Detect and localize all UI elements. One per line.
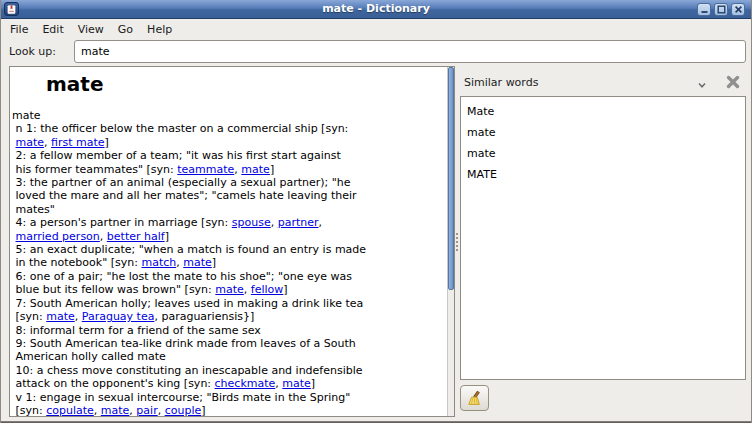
definition-text: in the notebook" [syn: bbox=[12, 256, 141, 269]
scrollbar-thumb[interactable] bbox=[448, 67, 454, 290]
chevron-down-icon[interactable] bbox=[696, 76, 708, 95]
synonym-link[interactable]: spouse bbox=[232, 216, 271, 229]
similar-word-item[interactable]: Mate bbox=[461, 101, 745, 122]
synonym-link[interactable]: partner bbox=[278, 216, 319, 229]
synonym-link[interactable]: match bbox=[141, 256, 176, 269]
headword: mate bbox=[46, 72, 103, 96]
definition-text: ] bbox=[201, 404, 205, 417]
definition-text: [syn: bbox=[12, 404, 46, 417]
definition-text: 10: a chess move constituting an inescap… bbox=[12, 364, 363, 377]
synonym-link[interactable]: copulate bbox=[46, 404, 94, 417]
definition-text: ] bbox=[311, 377, 315, 390]
synonym-link[interactable]: mate bbox=[183, 256, 212, 269]
similar-word-item[interactable]: mate bbox=[461, 143, 745, 164]
similar-words-header: Similar words bbox=[460, 70, 746, 96]
definition-line: [syn: copulate, mate, pair, couple] bbox=[12, 404, 444, 417]
definition-text: , bbox=[100, 230, 107, 243]
definition-text: mates" bbox=[12, 203, 55, 216]
definition-line: 4: a person's partner in marriage [syn: … bbox=[12, 216, 444, 229]
definition-text: , bbox=[75, 310, 82, 323]
menu-item-view[interactable]: View bbox=[71, 21, 111, 38]
definition-text: 2: a fellow member of a team; "it was hi… bbox=[12, 149, 341, 162]
definition-line: v 1: engage in sexual intercourse; "Bird… bbox=[12, 391, 444, 404]
definition-line: 7: South American holly; leaves used in … bbox=[12, 297, 444, 310]
similar-words-list: MatematemateMATE bbox=[460, 96, 746, 380]
synonym-link[interactable]: mate bbox=[101, 404, 130, 417]
definition-text: 5: an exact duplicate; "when a match is … bbox=[12, 243, 366, 256]
synonym-link[interactable]: mate bbox=[241, 163, 270, 176]
maximize-button[interactable] bbox=[714, 3, 728, 16]
definition-text: , bbox=[158, 404, 165, 417]
definition-text: ] bbox=[270, 163, 274, 176]
pane-separator-grip[interactable] bbox=[456, 233, 458, 253]
definition-line: 10: a chess move constituting an inescap… bbox=[12, 364, 444, 377]
close-button[interactable] bbox=[731, 3, 745, 16]
synonym-link[interactable]: mate bbox=[282, 377, 311, 390]
synonym-link[interactable]: mate bbox=[215, 283, 244, 296]
synonym-link[interactable]: fellow bbox=[251, 283, 283, 296]
broom-icon bbox=[466, 390, 483, 407]
synonym-link[interactable]: teammate bbox=[177, 163, 234, 176]
synonym-link[interactable]: first mate bbox=[51, 136, 105, 149]
similar-words-title: Similar words bbox=[464, 76, 538, 89]
close-icon bbox=[733, 4, 744, 15]
menu-item-help[interactable]: Help bbox=[140, 21, 179, 38]
similar-word-item[interactable]: mate bbox=[461, 122, 745, 143]
definition-line: in the notebook" [syn: match, mate] bbox=[12, 256, 444, 269]
menubar: FileEditViewGoHelp bbox=[1, 20, 751, 39]
definition-line: 5: an exact duplicate; "when a match is … bbox=[12, 243, 444, 256]
titlebar: mate - Dictionary bbox=[1, 0, 751, 19]
definition-line: n 1: the officer below the master on a c… bbox=[12, 122, 444, 135]
definition-text: attack on the opponent's king [syn: bbox=[12, 377, 215, 390]
sidebar-close-icon bbox=[724, 73, 742, 91]
definition-text: n 1: the officer below the master on a c… bbox=[12, 122, 348, 135]
definition-line: attack on the opponent's king [syn: chec… bbox=[12, 377, 444, 390]
definition-text: , bbox=[271, 216, 278, 229]
synonym-link[interactable]: mate bbox=[46, 310, 75, 323]
menu-item-file[interactable]: File bbox=[3, 21, 35, 38]
sidebar-close-button[interactable] bbox=[724, 73, 742, 95]
synonym-link[interactable]: checkmate bbox=[215, 377, 276, 390]
definition-scrollbar[interactable] bbox=[447, 67, 454, 416]
definition-text: 9: South American tea-like drink made fr… bbox=[12, 337, 356, 350]
definition-line: blue but its fellow was brown" [syn: mat… bbox=[12, 283, 444, 296]
menu-item-go[interactable]: Go bbox=[111, 21, 140, 38]
synonym-link[interactable]: better half bbox=[107, 230, 165, 243]
similar-word-item[interactable]: MATE bbox=[461, 164, 745, 185]
definition-text: 3: the partner of an animal (especially … bbox=[12, 176, 351, 189]
definition-text: blue but its fellow was brown" [syn: bbox=[12, 283, 215, 296]
definition-text: loved the mare and all her mates"; "came… bbox=[12, 189, 357, 202]
definition-text: 4: a person's partner in marriage [syn: bbox=[12, 216, 232, 229]
definition-panel: mate mate n 1: the officer below the mas… bbox=[9, 66, 455, 417]
definition-text: his former teammates" [syn: bbox=[12, 163, 177, 176]
definition-text: , bbox=[244, 283, 251, 296]
clear-button[interactable] bbox=[460, 385, 489, 411]
definition-text: , bbox=[94, 404, 101, 417]
synonym-link[interactable]: mate bbox=[16, 136, 45, 149]
definition-line: his former teammates" [syn: teammate, ma… bbox=[12, 163, 444, 176]
synonym-link[interactable]: Paraguay tea bbox=[82, 310, 155, 323]
definition-text: , bbox=[44, 136, 51, 149]
definition-line: 8: informal term for a friend of the sam… bbox=[12, 324, 444, 337]
definition-line: 3: the partner of an animal (especially … bbox=[12, 176, 444, 189]
dictionary-window: mate - Dictionary FileEditViewGoHelp bbox=[0, 0, 752, 423]
definition-text: 7: South American holly; leaves used in … bbox=[12, 297, 363, 310]
definition-text: v 1: engage in sexual intercourse; "Bird… bbox=[12, 391, 350, 404]
synonym-link[interactable]: pair bbox=[136, 404, 157, 417]
synonym-link[interactable]: married person bbox=[16, 230, 100, 243]
definition-text: ] bbox=[165, 230, 169, 243]
window-controls bbox=[697, 3, 745, 16]
maximize-icon bbox=[716, 4, 727, 15]
definition-text: , bbox=[319, 216, 323, 229]
definition-body: mate n 1: the officer below the master o… bbox=[12, 109, 444, 417]
definition-text: ] bbox=[283, 283, 287, 296]
definition-text: [syn: bbox=[12, 310, 46, 323]
definition-line: loved the mare and all her mates"; "came… bbox=[12, 189, 444, 202]
menu-item-edit[interactable]: Edit bbox=[35, 21, 70, 38]
lookup-input[interactable] bbox=[74, 40, 746, 63]
minimize-button[interactable] bbox=[697, 3, 711, 16]
definition-line: mates" bbox=[12, 203, 444, 216]
definition-line: married person, better half] bbox=[12, 230, 444, 243]
definition-line: 2: a fellow member of a team; "it was hi… bbox=[12, 149, 444, 162]
synonym-link[interactable]: couple bbox=[165, 404, 202, 417]
